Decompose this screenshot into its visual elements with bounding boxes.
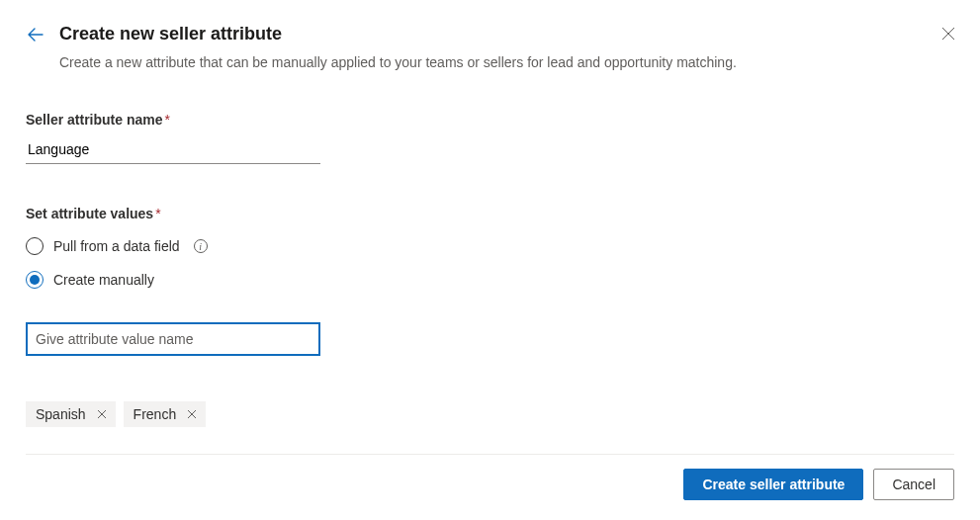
chip-label: French	[134, 406, 177, 422]
value-chip-list: Spanish French	[26, 401, 954, 427]
radio-label: Create manually	[53, 272, 154, 288]
set-values-label: Set attribute values	[26, 206, 153, 221]
cancel-button[interactable]: Cancel	[873, 469, 954, 500]
attribute-name-label: Seller attribute name	[26, 112, 163, 128]
back-arrow-icon[interactable]	[26, 25, 45, 44]
close-icon[interactable]	[938, 24, 958, 43]
chip-remove-icon[interactable]	[96, 408, 108, 420]
chip-remove-icon[interactable]	[186, 408, 198, 420]
footer-actions: Create seller attribute Cancel	[26, 454, 954, 500]
page-title: Create new seller attribute	[59, 24, 282, 44]
radio-pull-from-field[interactable]: Pull from a data field i	[26, 237, 954, 255]
radio-create-manually[interactable]: Create manually	[26, 271, 954, 289]
required-marker: *	[165, 112, 170, 128]
chip-label: Spanish	[36, 406, 86, 422]
required-marker: *	[155, 206, 160, 221]
attribute-name-input[interactable]	[26, 135, 320, 164]
info-icon[interactable]: i	[194, 239, 208, 253]
page-subtitle: Create a new attribute that can be manua…	[59, 54, 954, 70]
radio-icon	[26, 237, 44, 255]
attribute-value-input[interactable]	[26, 322, 320, 356]
radio-icon	[26, 271, 44, 289]
create-button[interactable]: Create seller attribute	[683, 469, 863, 500]
value-chip: French	[124, 401, 207, 427]
value-chip: Spanish	[26, 401, 116, 427]
panel-header: Create new seller attribute	[26, 24, 954, 44]
radio-label: Pull from a data field	[53, 238, 180, 254]
